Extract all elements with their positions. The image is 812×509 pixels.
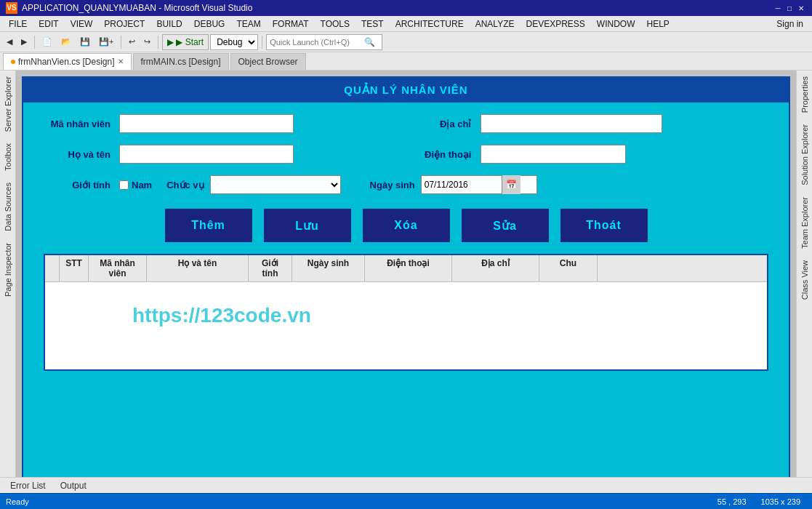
form-body: Mã nhân viên Địa chỉ Họ và tên (23, 103, 789, 382)
search-box: 🔍 (266, 34, 382, 50)
open-file-button[interactable]: 📂 (57, 34, 75, 50)
design-canvas: QUẢN LÝ NHÂN VIÊN Mã nhân viên Địa chỉ (16, 71, 796, 477)
nam-checkbox[interactable] (119, 180, 129, 190)
bottom-tabs: Error List Output (0, 477, 812, 493)
luu-button[interactable]: Lưu (264, 209, 351, 242)
dg-col-diachi: Địa chỉ (452, 255, 539, 281)
right-panel: Properties Solution Explorer Team Explor… (796, 71, 812, 477)
watermark: https://123code.vn (132, 304, 311, 327)
ma-nv-input[interactable] (119, 114, 294, 133)
tab-frmMAIN[interactable]: frmMAIN.cs [Design] (133, 53, 229, 70)
new-file-button[interactable]: 📄 (39, 34, 56, 50)
undo-button[interactable]: ↩ (125, 34, 139, 50)
status-size: 1035 x 239 (761, 497, 800, 506)
toolbar: ◀ ▶ 📄 📂 💾 💾+ ↩ ↪ ▶ ▶ Start Debug 🔍 (0, 32, 812, 52)
sign-in[interactable]: Sign in (771, 17, 809, 31)
redo-button[interactable]: ↪ (140, 34, 154, 50)
sidebar-item-class-view[interactable]: Class View (799, 254, 811, 305)
dg-col-ngaysinh: Ngày sinh (292, 255, 365, 281)
sidebar-item-properties[interactable]: Properties (799, 71, 811, 119)
vs-icon: VS (6, 2, 17, 14)
chuc-vu-select[interactable] (210, 175, 341, 194)
nam-checkbox-group: Nam (119, 180, 152, 191)
title-bar: VS APPLICATION_QUANLYMUABAN - Microsoft … (0, 0, 812, 16)
datagrid-container: STT Mã nhân viên Họ và tên Giới tính Ngà… (44, 254, 768, 371)
minimize-button[interactable]: ─ (773, 3, 783, 13)
save-button[interactable]: 💾 (76, 34, 94, 50)
dg-col-manv: Mã nhân viên (89, 255, 147, 281)
menu-test[interactable]: TEST (355, 17, 390, 31)
menu-devexpress[interactable]: DEVEXPRESS (520, 17, 590, 31)
sidebar-item-toolbox[interactable]: Toolbox (2, 137, 14, 177)
menu-edit[interactable]: EDIT (33, 17, 64, 31)
menu-team[interactable]: TEAM (230, 17, 266, 31)
form-window: QUẢN LÝ NHÂN VIÊN Mã nhân viên Địa chỉ (22, 76, 790, 477)
center-content: Server Explorer Toolbox Data Sources Pag… (0, 71, 812, 477)
menu-format[interactable]: FORMAT (267, 17, 315, 31)
forward-button[interactable]: ▶ (17, 34, 31, 50)
toolbar-separator-1 (34, 36, 35, 49)
sidebar-item-data-sources[interactable]: Data Sources (2, 177, 14, 237)
dia-chi-input[interactable] (481, 114, 662, 133)
tab-error-list[interactable]: Error List (3, 479, 53, 492)
save-all-button[interactable]: 💾+ (95, 34, 117, 50)
menu-project[interactable]: PROJECT (98, 17, 150, 31)
menu-help[interactable]: HELP (641, 17, 675, 31)
status-coords: 55 , 293 (717, 497, 747, 506)
restore-button[interactable]: □ (784, 3, 795, 13)
start-button[interactable]: ▶ ▶ Start (162, 34, 209, 50)
menu-view[interactable]: VIEW (65, 17, 99, 31)
tab-frmNhanVien[interactable]: frmNhanVien.cs [Design] ✕ (3, 53, 132, 70)
content-area: QUẢN LÝ NHÂN VIÊN Mã nhân viên Địa chỉ (16, 71, 796, 477)
ma-nv-label: Mã nhân viên (38, 119, 110, 129)
form-row-1: Mã nhân viên Địa chỉ (38, 114, 774, 133)
dg-col-stt: STT (60, 255, 89, 281)
tab-object-browser[interactable]: Object Browser (230, 53, 306, 70)
tab-frmNhanVien-close[interactable]: ✕ (118, 57, 124, 65)
menu-debug[interactable]: DEBUG (188, 17, 231, 31)
menu-tools[interactable]: TOOLS (315, 17, 355, 31)
status-ready: Ready (6, 497, 717, 506)
tab-object-browser-label: Object Browser (238, 57, 298, 67)
ngay-sinh-input[interactable] (422, 176, 502, 193)
nam-label: Nam (132, 180, 152, 191)
menu-window[interactable]: WINDOW (591, 17, 641, 31)
xoa-button[interactable]: Xóa (363, 209, 450, 242)
toolbar-separator-3 (158, 36, 158, 49)
menu-analyze[interactable]: ANALYZE (470, 17, 520, 31)
ma-nv-group: Mã nhân viên (38, 114, 406, 133)
app-window: VS APPLICATION_QUANLYMUABAN - Microsoft … (0, 0, 812, 509)
sua-button[interactable]: Sửa (462, 209, 549, 242)
ho-ten-label: Họ và tên (38, 149, 110, 160)
them-button[interactable]: Thêm (165, 209, 252, 242)
menu-architecture[interactable]: ARCHITECTURE (390, 17, 470, 31)
chuc-vu-label: Chức vụ (166, 180, 204, 191)
sidebar-item-solution-explorer[interactable]: Solution Explorer (799, 119, 811, 191)
menu-file[interactable]: FILE (3, 17, 33, 31)
dien-thoai-input[interactable] (481, 145, 626, 164)
thoat-button[interactable]: Thoát (560, 209, 648, 242)
toolbar-separator-4 (262, 36, 262, 49)
back-button[interactable]: ◀ (3, 34, 16, 50)
debug-select[interactable]: Debug (210, 34, 258, 50)
tab-modified-dot (11, 60, 15, 64)
datagrid-body: https://123code.vn (45, 282, 767, 369)
calendar-button[interactable]: 📅 (502, 175, 520, 194)
sidebar-item-team-explorer[interactable]: Team Explorer (799, 191, 811, 254)
ho-ten-input[interactable] (119, 145, 294, 164)
date-picker: 📅 (421, 175, 537, 194)
datagrid-header: STT Mã nhân viên Họ và tên Giới tính Ngà… (45, 255, 767, 282)
app-title: APPLICATION_QUANLYMUABAN - Microsoft Vis… (22, 3, 773, 13)
tab-output[interactable]: Output (53, 479, 94, 492)
search-icon: 🔍 (364, 37, 375, 47)
dg-col-chucvu: Chu (539, 255, 598, 281)
sidebar-item-page-inspector[interactable]: Page Inspector (2, 237, 14, 302)
tabs-bar: frmNhanVien.cs [Design] ✕ frmMAIN.cs [De… (0, 52, 812, 71)
dg-col-gioitinh: Giới tính (249, 255, 292, 281)
gioi-tinh-label: Giới tính (38, 180, 110, 191)
dia-chi-group: Địa chỉ (406, 114, 775, 133)
sidebar-item-server-explorer[interactable]: Server Explorer (2, 71, 14, 137)
close-button[interactable]: ✕ (796, 3, 806, 13)
menu-build[interactable]: BUILD (150, 17, 188, 31)
quick-launch-input[interactable] (270, 38, 364, 47)
